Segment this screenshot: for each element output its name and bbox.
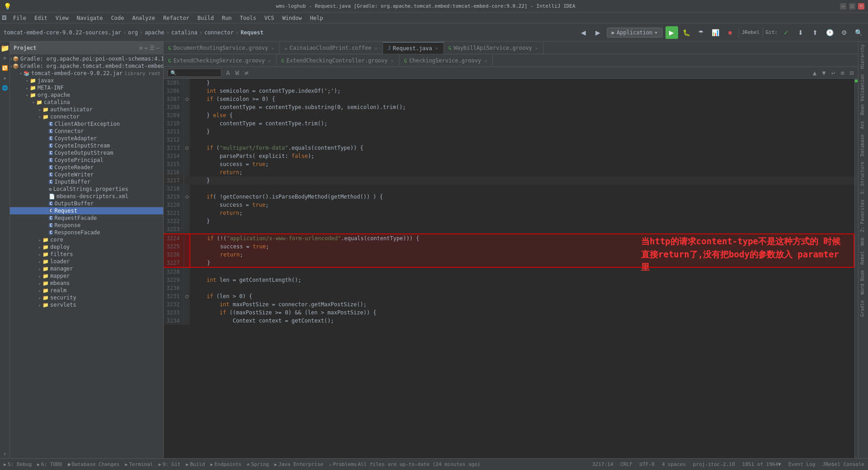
gear-icon[interactable]: ⚙ [139,45,142,51]
tab-top-1[interactable]: ☕CainaiaoCloudPrint.coffee✕ [280,42,383,54]
breadcrumb-request[interactable]: Request [241,29,264,36]
status-left-item-7[interactable]: ☘Spring [247,461,269,467]
git-history[interactable]: 🕐 [824,27,835,38]
profile-button[interactable]: 📊 [710,27,722,38]
back-button[interactable]: ◀ [578,27,590,38]
tree-item-13[interactable]: CCoyoteOutputStream [10,149,163,157]
code-cell-10[interactable]: success = true; [190,160,854,168]
code-cell-23[interactable] [190,267,854,276]
tree-item-2[interactable]: ▾📚tomcat-embed-core-9.0.22.jarlibrary ro… [10,70,163,77]
tree-item-4[interactable]: ▸📁META-INF [10,84,163,91]
forward-button[interactable]: ▶ [592,27,604,38]
close-button[interactable]: ✕ [858,3,864,9]
status-right-item-1[interactable]: CRLF [620,461,632,467]
ed-icon-3[interactable]: ≠ [244,68,249,77]
menu-item-refactor[interactable]: Refactor [160,14,193,22]
tree-item-32[interactable]: ▸📁realm [10,287,163,294]
left-icon-1[interactable]: 📁 [0,43,9,52]
breadcrumb-apache[interactable]: apache [145,29,164,36]
tree-item-28[interactable]: ▸📁loader [10,258,163,265]
code-cell-7[interactable] [190,136,854,144]
status-left-item-0[interactable]: ▶5: Debug [4,461,32,467]
breadcrumb-jar[interactable]: tomcat-embed-core-9.0.22-sources.jar [4,29,121,36]
tab-bottom-close-1[interactable]: ✕ [390,57,395,64]
status-right-item-5[interactable]: 1051 of 1964▼ [742,461,781,467]
code-cell-2[interactable]: if (semicolon >= 0) { [190,95,854,103]
tab-close-3[interactable]: ✕ [534,45,539,52]
status-left-item-1[interactable]: ▶6: TODO [37,461,62,467]
tree-item-10[interactable]: CConnector [10,128,163,135]
git-checkmark[interactable]: ✓ [780,27,792,38]
tree-item-27[interactable]: ▸📁filters [10,251,163,258]
tree-item-21[interactable]: CRequest [10,207,163,214]
code-scroll[interactable]: 3285 }3286 int semicolon = contentType.i… [164,79,854,458]
vtab-9[interactable]: Gradle [859,298,868,319]
code-cell-8[interactable]: if ("multipart/form-data".equals(content… [190,144,854,152]
tree-item-31[interactable]: ▸📁mbeans [10,280,163,287]
tree-item-8[interactable]: ▾📁connector [10,113,163,120]
tree-item-15[interactable]: CCoyoteReader [10,164,163,171]
menu-item-build[interactable]: Build [194,14,217,22]
vtab-7[interactable]: Rebel [859,248,868,267]
git-push[interactable]: ⬆ [809,27,821,38]
menu-item-code[interactable]: Code [108,14,128,22]
ed-wrap[interactable]: ↩ [830,68,836,77]
code-cell-16[interactable]: return; [190,209,854,217]
breadcrumb-org[interactable]: org [128,29,138,36]
code-cell-14[interactable]: if( !getConnector().isParseBodyMethod(ge… [190,193,854,201]
status-right-item-0[interactable]: 3217:14 [592,461,613,467]
tree-item-6[interactable]: ▾📁catalina [10,99,163,106]
tree-item-33[interactable]: ▸📁security [10,294,163,301]
status-left-item-3[interactable]: ▶Terminal [125,461,153,467]
code-cell-5[interactable]: contentType = contentType.trim(); [190,119,854,128]
menu-item-tools[interactable]: Tools [236,14,260,22]
left-icon-4[interactable]: ★ [0,73,9,82]
maximize-button[interactable]: □ [849,3,855,9]
menu-item-help[interactable]: Help [307,14,327,22]
status-right-item-7[interactable]: JRebel Console [822,461,864,467]
menu-item-navigate[interactable]: Navigate [73,14,107,22]
menu-item-vcs[interactable]: VCS [261,14,278,22]
status-right-item-4[interactable]: proj-itoc-2.10 [693,461,735,467]
ed-nav-up[interactable]: ▲ [812,68,817,77]
code-cell-27[interactable]: int maxPostSize = connector.getMaxPostSi… [190,300,854,309]
code-cell-4[interactable]: } else { [190,111,854,119]
menu-item-edit[interactable]: Edit [31,14,51,22]
code-cell-11[interactable]: return; [190,168,854,176]
tree-item-16[interactable]: CCoyoteWriter [10,171,163,178]
left-icon-6[interactable]: ⚡ [0,449,9,458]
ed-icon-1[interactable]: A [225,68,231,77]
code-cell-28[interactable]: if ((maxPostSize >= 0) && (len > maxPost… [190,309,854,317]
status-right-item-2[interactable]: UTF-8 [640,461,655,467]
tree-item-0[interactable]: ▾📦Gradle: org.apache.poi:poi-ooxml-schem… [10,55,163,62]
code-cell-13[interactable] [190,185,854,193]
ed-filter[interactable]: ⊟ [849,68,854,77]
code-cell-12[interactable]: } [190,176,854,185]
code-cell-21[interactable]: return; [190,251,854,259]
ed-more[interactable]: ≡ [840,68,845,77]
tab-bottom-0[interactable]: GExtendCheckingService.groovy✕ [164,55,277,66]
tree-item-12[interactable]: CCoyoteInputStream [10,142,163,149]
search-button[interactable]: 🔍 [853,27,864,38]
vtab-5[interactable]: Z: Favorites [859,197,868,235]
search-input[interactable] [167,69,222,77]
menu-item-window[interactable]: Window [278,14,305,22]
vtab-2[interactable]: Ant [859,118,868,132]
tab-top-3[interactable]: GWaybillApiService.groovy✕ [444,42,544,54]
code-cell-3[interactable]: contentType = contentType.substring(0, s… [190,103,854,111]
vtab-0[interactable]: Hierarchy [859,42,868,71]
status-left-item-6[interactable]: ▶Endpoints [210,461,241,467]
tree-item-9[interactable]: CClientAbortException [10,120,163,128]
status-right-item-6[interactable]: Event Log [788,461,816,467]
minimize-button[interactable]: – [840,3,846,9]
status-left-item-9[interactable]: ⚠Problems [329,461,357,467]
git-update[interactable]: ⬇ [795,27,807,38]
code-cell-25[interactable] [190,284,854,292]
stop-button[interactable]: ■ [724,27,736,38]
tab-bottom-1[interactable]: GExtendCheckingController.groovy✕ [277,55,400,66]
code-cell-15[interactable]: success = true; [190,201,854,209]
menu-item-file[interactable]: File [9,14,30,22]
debug-button[interactable]: 🐛 [681,27,693,38]
ed-icon-2[interactable]: W [234,68,240,77]
tree-item-7[interactable]: ▸📁authenticator [10,106,163,113]
